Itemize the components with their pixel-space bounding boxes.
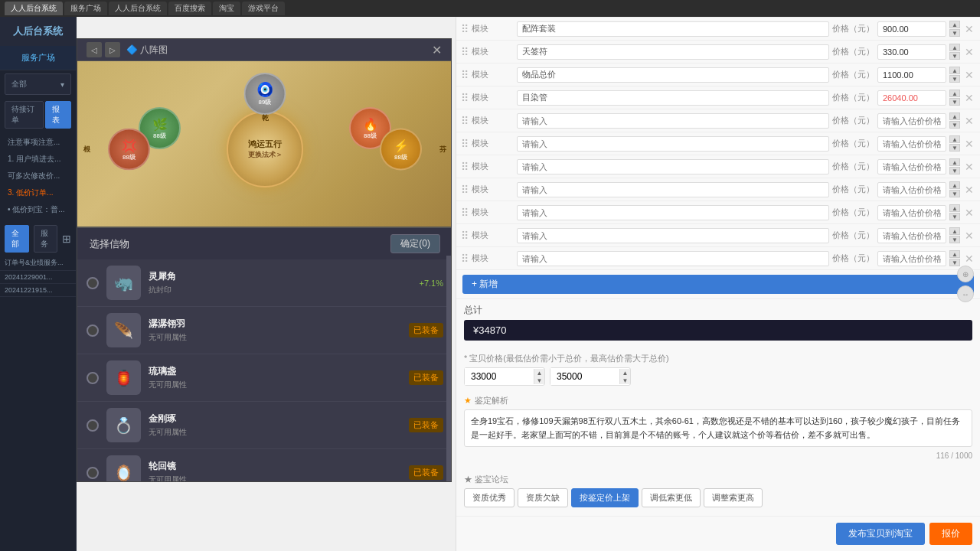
arrow-up-2[interactable]: ▲	[949, 44, 960, 51]
module-price-input-2[interactable]	[877, 44, 946, 60]
module-name-input-1[interactable]	[517, 21, 829, 37]
arrow-down-8[interactable]: ▼	[949, 190, 960, 197]
bagua-close-btn[interactable]: ✕	[432, 43, 442, 57]
arrow-up-6[interactable]: ▲	[949, 135, 960, 143]
delete-module-1[interactable]: ✕	[963, 23, 975, 35]
arrow-down-9[interactable]: ▼	[949, 213, 960, 220]
delete-module-11[interactable]: ✕	[963, 253, 975, 265]
browser-tab-6[interactable]: 游戏平台	[242, 2, 285, 15]
module-price-input-7[interactable]	[877, 159, 946, 174]
order-item-3[interactable]: 20241221915...	[0, 284, 76, 297]
module-name-input-10[interactable]	[517, 228, 829, 243]
module-name-input-5[interactable]	[517, 113, 829, 129]
item-radio-2[interactable]	[87, 324, 99, 337]
forum-btn-good[interactable]: 资质优秀	[464, 488, 514, 507]
bagua-forward-btn[interactable]: ▷	[105, 42, 120, 57]
browser-tab-2[interactable]: 服务广场	[64, 2, 107, 15]
drag-handle-8[interactable]: ⠿	[461, 184, 469, 196]
delete-module-8[interactable]: ✕	[963, 184, 975, 196]
bagua-node-r[interactable]: ⚡ 88级	[380, 129, 422, 171]
module-name-input-11[interactable]	[517, 251, 829, 266]
drag-handle-7[interactable]: ⠿	[461, 161, 469, 173]
browser-tab-3[interactable]: 人人后台系统	[109, 2, 167, 15]
bagua-node-top[interactable]: 🧿 89级	[244, 73, 286, 115]
item-radio-1[interactable]	[87, 277, 99, 289]
arrow-down-1[interactable]: ▼	[949, 29, 960, 37]
order-tab-report[interactable]: 报表	[45, 101, 71, 129]
delete-module-10[interactable]: ✕	[963, 230, 975, 242]
arrow-up-3[interactable]: ▲	[949, 67, 960, 74]
price-max-input[interactable]	[550, 368, 619, 385]
tab-all[interactable]: 全部	[5, 225, 29, 253]
price-max-down[interactable]: ▼	[619, 377, 630, 384]
drag-handle-11[interactable]: ⠿	[461, 253, 469, 265]
arrow-up-10[interactable]: ▲	[949, 227, 960, 235]
grid-view-icon[interactable]: ⊞	[62, 233, 71, 245]
price-min-down[interactable]: ▼	[534, 377, 544, 384]
item-radio-5[interactable]	[87, 467, 99, 479]
arrow-up-5[interactable]: ▲	[949, 112, 960, 120]
module-name-input-4[interactable]	[517, 90, 829, 106]
list-item[interactable]: 🪞 轮回镜 无可用属性 已装备	[77, 449, 452, 482]
module-price-input-8[interactable]	[877, 182, 946, 197]
bagua-node-l[interactable]: 💢 88级	[108, 129, 150, 171]
module-name-input-9[interactable]	[517, 205, 829, 220]
arrow-up-1[interactable]: ▲	[949, 21, 960, 28]
module-price-input-1[interactable]	[877, 21, 946, 37]
list-item[interactable]: 🦏 灵犀角 抗封印 +7.1%	[77, 259, 452, 307]
forum-btn-appraise-price[interactable]: 按鉴定价上架	[571, 488, 639, 507]
price-min-input[interactable]	[465, 368, 534, 385]
arrow-up-8[interactable]: ▲	[949, 181, 960, 189]
confirm-btn[interactable]: 确定(0)	[390, 234, 440, 253]
module-price-input-11[interactable]	[877, 251, 946, 266]
forum-btn-lower[interactable]: 调低索更低	[642, 488, 701, 507]
arrow-up-4[interactable]: ▲	[949, 90, 960, 97]
sidebar-item-service[interactable]: 服务广场	[0, 46, 76, 70]
module-price-input-10[interactable]	[877, 228, 946, 243]
list-item[interactable]: 💍 金刚琢 无可用属性 已装备	[77, 402, 452, 449]
delete-module-3[interactable]: ✕	[963, 69, 975, 81]
arrow-down-10[interactable]: ▼	[949, 236, 960, 243]
price-min-up[interactable]: ▲	[534, 369, 544, 377]
module-price-input-6[interactable]	[877, 136, 946, 152]
browser-tab-5[interactable]: 淘宝	[213, 2, 240, 15]
drag-handle-1[interactable]: ⠿	[461, 23, 469, 35]
delete-module-2[interactable]: ✕	[963, 46, 975, 58]
item-radio-3[interactable]	[87, 372, 99, 384]
delete-module-4[interactable]: ✕	[963, 92, 975, 104]
module-name-input-7[interactable]	[517, 159, 829, 174]
arrow-down-2[interactable]: ▼	[949, 52, 960, 60]
arrow-up-9[interactable]: ▲	[949, 204, 960, 212]
item-radio-4[interactable]	[87, 419, 99, 432]
drag-handle-3[interactable]: ⠿	[461, 69, 469, 81]
drag-handle-4[interactable]: ⠿	[461, 92, 469, 104]
order-tab-pending[interactable]: 待接订单	[5, 101, 44, 129]
arrow-down-3[interactable]: ▼	[949, 75, 960, 83]
scrollbar[interactable]	[446, 256, 452, 482]
arrow-up-11[interactable]: ▲	[949, 250, 960, 258]
order-item-2[interactable]: 20241229001...	[0, 271, 76, 284]
module-price-input-3[interactable]	[877, 67, 946, 83]
quote-btn[interactable]: 报价	[929, 523, 972, 545]
module-price-input-5[interactable]	[877, 113, 946, 129]
forum-btn-higher[interactable]: 调整索更高	[704, 488, 763, 507]
arrow-down-6[interactable]: ▼	[949, 144, 960, 152]
side-dot-1[interactable]: ⊕	[957, 266, 974, 282]
sidebar-dropdown[interactable]: 全部 ▾	[5, 73, 71, 95]
side-dot-2[interactable]: ↔	[957, 285, 974, 302]
module-price-input-9[interactable]	[877, 205, 946, 220]
publish-btn[interactable]: 发布宝贝到淘宝	[836, 523, 925, 545]
bagua-back-btn[interactable]: ◁	[87, 42, 102, 57]
browser-tab-4[interactable]: 百度搜索	[168, 2, 211, 15]
drag-handle-10[interactable]: ⠿	[461, 230, 469, 242]
tab-service[interactable]: 服务	[34, 225, 58, 253]
drag-handle-2[interactable]: ⠿	[461, 46, 469, 58]
price-max-up[interactable]: ▲	[619, 369, 630, 377]
module-name-input-6[interactable]	[517, 136, 829, 152]
drag-handle-6[interactable]: ⠿	[461, 138, 469, 150]
drag-handle-5[interactable]: ⠿	[461, 115, 469, 127]
delete-module-5[interactable]: ✕	[963, 115, 975, 127]
forum-btn-bad[interactable]: 资质欠缺	[518, 488, 568, 507]
add-module-btn[interactable]: + 新增	[462, 275, 974, 294]
list-item[interactable]: 🏮 琉璃盏 无可用属性 已装备	[77, 354, 452, 402]
